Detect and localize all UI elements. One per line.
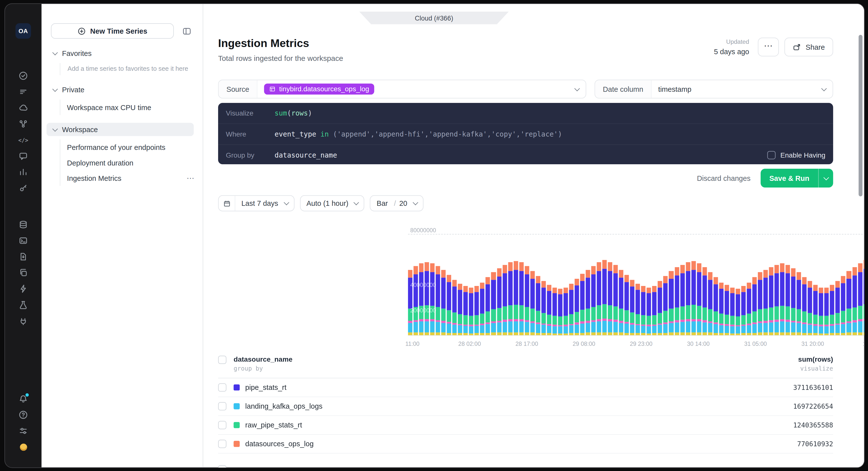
- select-all-checkbox[interactable]: [218, 356, 226, 364]
- bar[interactable]: [452, 235, 457, 335]
- bar[interactable]: [852, 235, 857, 335]
- bar[interactable]: [769, 235, 773, 335]
- bar[interactable]: [747, 235, 751, 335]
- bar[interactable]: [774, 235, 779, 335]
- chart-icon[interactable]: [18, 167, 28, 177]
- share-button[interactable]: Share: [784, 38, 833, 57]
- date-column-select[interactable]: Date column timestamp: [594, 80, 833, 98]
- bar[interactable]: [547, 235, 551, 335]
- bar[interactable]: [691, 235, 696, 335]
- bar[interactable]: [619, 235, 623, 335]
- bar[interactable]: [536, 235, 540, 335]
- bar[interactable]: [463, 235, 468, 335]
- code-icon[interactable]: </>: [18, 135, 28, 145]
- save-run-dropdown[interactable]: [819, 169, 833, 188]
- import-icon[interactable]: [18, 251, 28, 262]
- bar[interactable]: [436, 235, 440, 335]
- chart-type-select[interactable]: Bar / 20: [370, 195, 423, 211]
- section-workspace[interactable]: Workspace: [46, 123, 194, 136]
- bar[interactable]: [597, 235, 601, 335]
- bar[interactable]: [813, 235, 818, 335]
- save-run-button[interactable]: Save & Run: [761, 169, 818, 188]
- bar[interactable]: [758, 235, 762, 335]
- sidebar-item-ingestion-metrics[interactable]: Ingestion Metrics ⋯: [67, 170, 203, 186]
- bar[interactable]: [474, 235, 479, 335]
- bar[interactable]: [763, 235, 768, 335]
- experiments-icon[interactable]: [18, 300, 28, 310]
- bar[interactable]: [802, 235, 807, 335]
- bar[interactable]: [808, 235, 812, 335]
- collapse-sidebar-icon[interactable]: [181, 26, 192, 37]
- bar[interactable]: [508, 235, 513, 335]
- source-chip[interactable]: tinybird.datasources_ops_log: [264, 83, 374, 95]
- bar[interactable]: [708, 235, 712, 335]
- enable-having-checkbox[interactable]: [767, 151, 775, 159]
- bar[interactable]: [863, 235, 864, 335]
- row-checkbox[interactable]: [218, 421, 226, 430]
- bar[interactable]: [647, 235, 651, 335]
- section-private[interactable]: Private: [41, 83, 203, 96]
- bar[interactable]: [719, 235, 723, 335]
- bar[interactable]: [652, 235, 657, 335]
- bar[interactable]: [552, 235, 557, 335]
- bar[interactable]: [830, 235, 835, 335]
- copy-icon[interactable]: [18, 268, 28, 277]
- bar[interactable]: [702, 235, 707, 335]
- row-checkbox[interactable]: [218, 440, 226, 448]
- granularity-select[interactable]: Auto (1 hour): [300, 195, 365, 211]
- bar[interactable]: [797, 235, 801, 335]
- bar[interactable]: [736, 235, 740, 335]
- bar[interactable]: [586, 235, 590, 335]
- table-row[interactable]: pipe_stats_rt3711636101: [218, 378, 833, 397]
- integrations-icon[interactable]: [18, 316, 28, 326]
- bar[interactable]: [447, 235, 451, 335]
- bar[interactable]: [519, 235, 524, 335]
- bar[interactable]: [785, 235, 790, 335]
- bar[interactable]: [625, 235, 629, 335]
- bar[interactable]: [580, 235, 585, 335]
- more-options-button[interactable]: ⋯: [758, 38, 779, 57]
- notifications-icon[interactable]: [18, 394, 28, 404]
- bar[interactable]: [569, 235, 574, 335]
- source-select[interactable]: Source tinybird.datasources_ops_log: [218, 80, 586, 98]
- bar[interactable]: [780, 235, 784, 335]
- bar[interactable]: [441, 235, 446, 335]
- item-menu-icon[interactable]: ⋯: [187, 174, 195, 182]
- bar[interactable]: [819, 235, 824, 335]
- bar[interactable]: [563, 235, 568, 335]
- datasource-icon[interactable]: [18, 220, 28, 230]
- section-favorites[interactable]: Favorites: [41, 46, 203, 60]
- row-checkbox[interactable]: [218, 465, 226, 467]
- table-row[interactable]: raw_pipe_stats_rt1240365588: [218, 416, 833, 435]
- bar[interactable]: [847, 235, 851, 335]
- group-by-row[interactable]: Group by datasource_name Enable Having: [218, 145, 833, 164]
- bar[interactable]: [608, 235, 612, 335]
- quick-start-icon[interactable]: [18, 284, 28, 294]
- bar[interactable]: [669, 235, 673, 335]
- date-range-select[interactable]: Last 7 days: [218, 195, 294, 211]
- new-time-series-button[interactable]: New Time Series: [51, 23, 174, 39]
- bar[interactable]: [658, 235, 662, 335]
- environment-tab[interactable]: Cloud (#366): [359, 12, 509, 24]
- time-series-icon[interactable]: [18, 87, 28, 97]
- terminal-icon[interactable]: [18, 236, 28, 246]
- bar[interactable]: [480, 235, 485, 335]
- bar[interactable]: [741, 235, 746, 335]
- chat-icon[interactable]: [18, 151, 28, 161]
- bar[interactable]: [525, 235, 529, 335]
- vertical-scrollbar[interactable]: [859, 35, 863, 196]
- bar[interactable]: [591, 235, 596, 335]
- bar[interactable]: [685, 235, 690, 335]
- table-row[interactable]: datasources_ops_log770610932: [218, 435, 833, 453]
- bar[interactable]: [614, 235, 618, 335]
- sync-icon[interactable]: [18, 103, 28, 113]
- auth-icon[interactable]: [18, 183, 28, 193]
- sidebar-item-deployment-duration[interactable]: Deployment duration: [67, 155, 203, 170]
- bar[interactable]: [858, 235, 862, 335]
- bar[interactable]: [841, 235, 845, 335]
- help-icon[interactable]: [18, 410, 28, 420]
- preferences-icon[interactable]: [18, 426, 28, 436]
- bar[interactable]: [697, 235, 701, 335]
- where-row[interactable]: Where event_type in ('append','append-hf…: [218, 124, 833, 145]
- sidebar-item-workspace-max-cpu-time[interactable]: Workspace max CPU time: [67, 99, 203, 115]
